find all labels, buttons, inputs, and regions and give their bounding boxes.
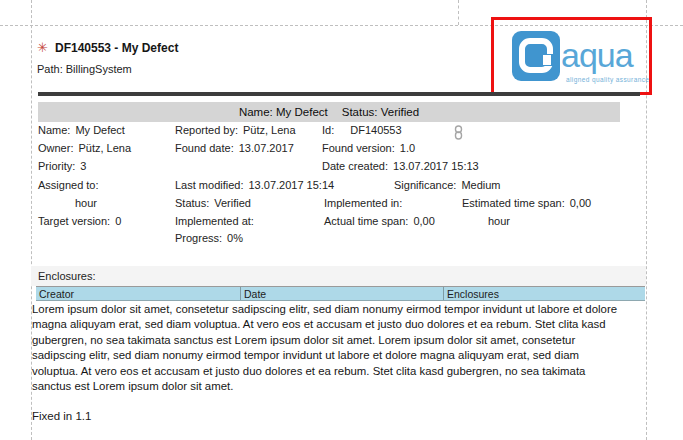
enclosures-table-header: Creator Date Enclosures (36, 286, 645, 301)
enclosures-col-date: Date (240, 287, 443, 300)
field-progress: Progress:0% (175, 232, 243, 244)
field-name: Name:My Defect (38, 124, 125, 136)
bar-status: Status: Verified (342, 106, 419, 118)
red-highlight-rectangle (491, 17, 652, 95)
field-id: Id:DF140553 (322, 124, 402, 136)
field-priority: Priority:3 (38, 160, 86, 172)
header-column-guide (458, 0, 459, 25)
field-found-date: Found date:13.07.2017 (175, 142, 294, 154)
field-assigned-to: Assigned to: (38, 179, 99, 191)
field-last-modified: Last modified:13.07.2017 15:14 (175, 179, 334, 191)
field-implemented-in: Implemented in: (324, 197, 402, 209)
enclosures-band (31, 266, 646, 286)
bar-name: Name: My Defect (239, 106, 328, 118)
field-hour-left: hour (75, 197, 97, 209)
field-status: Status:Verified (175, 197, 251, 209)
field-implemented-at: Implemented at: (175, 215, 254, 227)
field-owner: Owner:Pütz, Lena (38, 142, 131, 154)
defect-bug-icon: ✳ (37, 40, 48, 55)
fixed-in-note: Fixed in 1.1 (32, 410, 91, 422)
field-estimated-time-span: Estimated time span:0,00 (462, 197, 591, 209)
field-hour-right: hour (488, 215, 510, 227)
enclosures-col-enclosures: Enclosures (443, 287, 645, 300)
enclosures-col-creator: Creator (36, 287, 240, 300)
field-target-version: Target version:0 (38, 215, 121, 227)
field-date-created: Date created:13.07.2017 15:13 (322, 160, 479, 172)
enclosures-section-label: Enclosures: (38, 270, 95, 282)
field-significance: Significance:Medium (394, 179, 501, 191)
field-reported-by: Reported by:Pütz, Lena (175, 124, 296, 136)
header-rule (38, 92, 640, 96)
name-status-bar: Name: My Defect Status: Verified (38, 102, 620, 122)
report-page: ✳ DF140553 - My Defect Path: BillingSyst… (0, 0, 683, 440)
description-text: Lorem ipsum dolor sit amet, consetetur s… (32, 302, 624, 394)
field-actual-time-span: Actual time span:0,00 (324, 215, 435, 227)
defect-title: DF140553 - My Defect (55, 41, 178, 55)
defect-path: Path: BillingSystem (37, 63, 132, 75)
attachment-icon (454, 125, 463, 144)
field-found-version: Found version:1.0 (322, 142, 415, 154)
